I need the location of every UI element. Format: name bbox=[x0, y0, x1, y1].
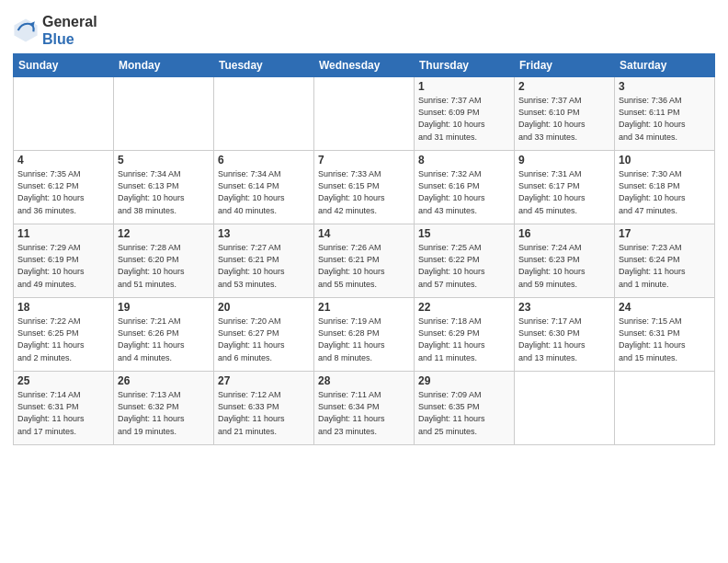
calendar-cell bbox=[14, 77, 114, 151]
calendar-cell: 15Sunrise: 7:25 AM Sunset: 6:22 PM Dayli… bbox=[415, 224, 515, 298]
calendar-cell: 19Sunrise: 7:21 AM Sunset: 6:26 PM Dayli… bbox=[114, 298, 214, 372]
day-info: Sunrise: 7:35 AM Sunset: 6:12 PM Dayligh… bbox=[17, 168, 109, 216]
calendar-cell: 17Sunrise: 7:23 AM Sunset: 6:24 PM Dayli… bbox=[615, 224, 715, 298]
header-saturday: Saturday bbox=[615, 54, 715, 77]
calendar-cell: 7Sunrise: 7:33 AM Sunset: 6:15 PM Daylig… bbox=[314, 151, 415, 224]
day-number: 24 bbox=[619, 301, 711, 314]
day-info: Sunrise: 7:26 AM Sunset: 6:21 PM Dayligh… bbox=[318, 242, 410, 290]
day-number: 20 bbox=[218, 301, 310, 314]
day-number: 26 bbox=[118, 374, 210, 387]
calendar-cell: 5Sunrise: 7:34 AM Sunset: 6:13 PM Daylig… bbox=[114, 151, 214, 224]
day-info: Sunrise: 7:23 AM Sunset: 6:24 PM Dayligh… bbox=[619, 242, 711, 290]
day-number: 4 bbox=[17, 154, 109, 167]
day-info: Sunrise: 7:34 AM Sunset: 6:13 PM Dayligh… bbox=[118, 168, 210, 216]
day-info: Sunrise: 7:34 AM Sunset: 6:14 PM Dayligh… bbox=[218, 168, 310, 216]
day-info: Sunrise: 7:12 AM Sunset: 6:33 PM Dayligh… bbox=[218, 389, 310, 437]
day-number: 11 bbox=[17, 227, 109, 240]
week-row-0: 1Sunrise: 7:37 AM Sunset: 6:09 PM Daylig… bbox=[14, 77, 715, 151]
calendar-cell: 29Sunrise: 7:09 AM Sunset: 6:35 PM Dayli… bbox=[415, 372, 515, 445]
calendar-cell bbox=[214, 77, 314, 151]
calendar-cell: 24Sunrise: 7:15 AM Sunset: 6:31 PM Dayli… bbox=[615, 298, 715, 372]
calendar-cell bbox=[114, 77, 214, 151]
week-row-3: 18Sunrise: 7:22 AM Sunset: 6:25 PM Dayli… bbox=[14, 298, 715, 372]
header-monday: Monday bbox=[114, 54, 214, 77]
day-info: Sunrise: 7:37 AM Sunset: 6:10 PM Dayligh… bbox=[518, 95, 610, 143]
day-info: Sunrise: 7:13 AM Sunset: 6:32 PM Dayligh… bbox=[118, 389, 210, 437]
day-number: 7 bbox=[318, 154, 410, 167]
day-number: 16 bbox=[518, 227, 610, 240]
header-wednesday: Wednesday bbox=[314, 54, 415, 77]
day-info: Sunrise: 7:27 AM Sunset: 6:21 PM Dayligh… bbox=[218, 242, 310, 290]
day-info: Sunrise: 7:19 AM Sunset: 6:28 PM Dayligh… bbox=[318, 316, 410, 363]
calendar-cell: 28Sunrise: 7:11 AM Sunset: 6:34 PM Dayli… bbox=[314, 372, 415, 445]
calendar-cell: 1Sunrise: 7:37 AM Sunset: 6:09 PM Daylig… bbox=[415, 77, 515, 151]
calendar-cell: 4Sunrise: 7:35 AM Sunset: 6:12 PM Daylig… bbox=[14, 151, 114, 224]
day-info: Sunrise: 7:37 AM Sunset: 6:09 PM Dayligh… bbox=[418, 95, 510, 143]
day-number: 12 bbox=[118, 227, 210, 240]
day-number: 14 bbox=[318, 227, 410, 240]
day-info: Sunrise: 7:32 AM Sunset: 6:16 PM Dayligh… bbox=[418, 168, 510, 216]
day-number: 9 bbox=[518, 154, 610, 167]
week-row-4: 25Sunrise: 7:14 AM Sunset: 6:31 PM Dayli… bbox=[14, 372, 715, 445]
day-number: 17 bbox=[619, 227, 711, 240]
day-info: Sunrise: 7:22 AM Sunset: 6:25 PM Dayligh… bbox=[17, 316, 109, 363]
day-number: 1 bbox=[418, 80, 510, 93]
day-number: 10 bbox=[619, 154, 711, 167]
day-info: Sunrise: 7:20 AM Sunset: 6:27 PM Dayligh… bbox=[218, 316, 310, 363]
day-info: Sunrise: 7:36 AM Sunset: 6:11 PM Dayligh… bbox=[619, 95, 711, 143]
day-number: 28 bbox=[318, 374, 410, 387]
day-info: Sunrise: 7:11 AM Sunset: 6:34 PM Dayligh… bbox=[318, 389, 410, 437]
calendar-cell: 20Sunrise: 7:20 AM Sunset: 6:27 PM Dayli… bbox=[214, 298, 314, 372]
calendar-cell: 21Sunrise: 7:19 AM Sunset: 6:28 PM Dayli… bbox=[314, 298, 415, 372]
week-row-1: 4Sunrise: 7:35 AM Sunset: 6:12 PM Daylig… bbox=[14, 151, 715, 224]
week-row-2: 11Sunrise: 7:29 AM Sunset: 6:19 PM Dayli… bbox=[14, 224, 715, 298]
calendar-cell: 8Sunrise: 7:32 AM Sunset: 6:16 PM Daylig… bbox=[415, 151, 515, 224]
calendar-table: SundayMondayTuesdayWednesdayThursdayFrid… bbox=[13, 53, 715, 445]
day-number: 8 bbox=[418, 154, 510, 167]
header-friday: Friday bbox=[515, 54, 615, 77]
calendar-cell: 27Sunrise: 7:12 AM Sunset: 6:33 PM Dayli… bbox=[214, 372, 314, 445]
calendar-cell bbox=[515, 372, 615, 445]
day-number: 25 bbox=[17, 374, 109, 387]
day-number: 5 bbox=[118, 154, 210, 167]
calendar-cell bbox=[314, 77, 415, 151]
day-number: 2 bbox=[518, 80, 610, 93]
calendar-cell: 3Sunrise: 7:36 AM Sunset: 6:11 PM Daylig… bbox=[615, 77, 715, 151]
calendar-cell: 26Sunrise: 7:13 AM Sunset: 6:32 PM Dayli… bbox=[114, 372, 214, 445]
day-info: Sunrise: 7:30 AM Sunset: 6:18 PM Dayligh… bbox=[619, 168, 711, 216]
header: General Blue bbox=[13, 9, 715, 48]
day-info: Sunrise: 7:09 AM Sunset: 6:35 PM Dayligh… bbox=[418, 389, 510, 437]
day-number: 6 bbox=[218, 154, 310, 167]
day-info: Sunrise: 7:29 AM Sunset: 6:19 PM Dayligh… bbox=[17, 242, 109, 290]
header-sunday: Sunday bbox=[14, 54, 114, 77]
day-info: Sunrise: 7:18 AM Sunset: 6:29 PM Dayligh… bbox=[418, 316, 510, 363]
day-info: Sunrise: 7:15 AM Sunset: 6:31 PM Dayligh… bbox=[619, 316, 711, 363]
calendar-cell bbox=[615, 372, 715, 445]
logo: General Blue bbox=[13, 13, 97, 48]
day-number: 18 bbox=[17, 301, 109, 314]
day-number: 3 bbox=[619, 80, 711, 93]
calendar-cell: 14Sunrise: 7:26 AM Sunset: 6:21 PM Dayli… bbox=[314, 224, 415, 298]
day-info: Sunrise: 7:25 AM Sunset: 6:22 PM Dayligh… bbox=[418, 242, 510, 290]
calendar-cell: 22Sunrise: 7:18 AM Sunset: 6:29 PM Dayli… bbox=[415, 298, 515, 372]
calendar-cell: 23Sunrise: 7:17 AM Sunset: 6:30 PM Dayli… bbox=[515, 298, 615, 372]
day-info: Sunrise: 7:14 AM Sunset: 6:31 PM Dayligh… bbox=[17, 389, 109, 437]
calendar-cell: 2Sunrise: 7:37 AM Sunset: 6:10 PM Daylig… bbox=[515, 77, 615, 151]
calendar-cell: 9Sunrise: 7:31 AM Sunset: 6:17 PM Daylig… bbox=[515, 151, 615, 224]
calendar-cell: 10Sunrise: 7:30 AM Sunset: 6:18 PM Dayli… bbox=[615, 151, 715, 224]
day-number: 13 bbox=[218, 227, 310, 240]
calendar-cell: 16Sunrise: 7:24 AM Sunset: 6:23 PM Dayli… bbox=[515, 224, 615, 298]
page-container: General Blue SundayMondayTuesdayWednesda… bbox=[0, 0, 728, 453]
logo-icon bbox=[13, 17, 39, 43]
logo-text: General Blue bbox=[42, 13, 97, 48]
day-info: Sunrise: 7:24 AM Sunset: 6:23 PM Dayligh… bbox=[518, 242, 610, 290]
header-tuesday: Tuesday bbox=[214, 54, 314, 77]
day-info: Sunrise: 7:33 AM Sunset: 6:15 PM Dayligh… bbox=[318, 168, 410, 216]
day-info: Sunrise: 7:21 AM Sunset: 6:26 PM Dayligh… bbox=[118, 316, 210, 363]
header-thursday: Thursday bbox=[415, 54, 515, 77]
day-number: 27 bbox=[218, 374, 310, 387]
day-number: 22 bbox=[418, 301, 510, 314]
header-row: SundayMondayTuesdayWednesdayThursdayFrid… bbox=[14, 54, 715, 77]
calendar-cell: 25Sunrise: 7:14 AM Sunset: 6:31 PM Dayli… bbox=[14, 372, 114, 445]
day-info: Sunrise: 7:17 AM Sunset: 6:30 PM Dayligh… bbox=[518, 316, 610, 363]
